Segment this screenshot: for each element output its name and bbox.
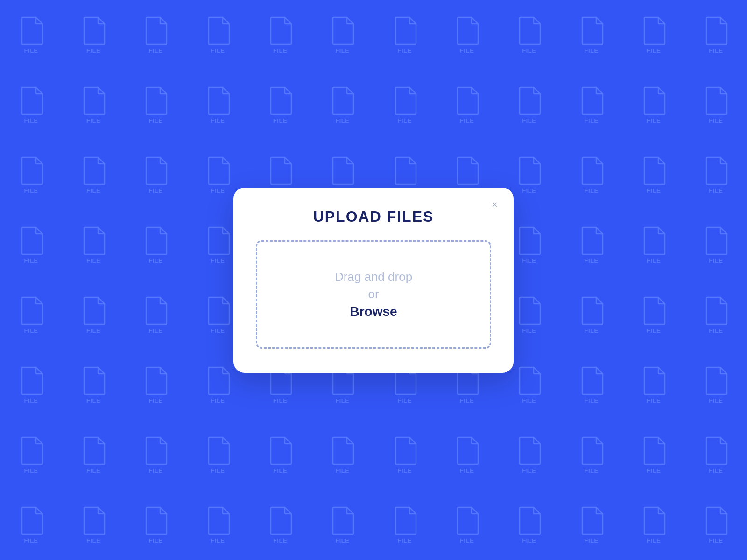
or-text: or xyxy=(368,287,379,301)
modal-title: UPLOAD FILES xyxy=(256,208,491,225)
browse-text[interactable]: Browse xyxy=(350,304,397,319)
close-button[interactable]: × xyxy=(489,198,500,212)
drag-drop-text: Drag and drop xyxy=(335,270,412,284)
dropzone[interactable]: Drag and drop or Browse xyxy=(256,240,491,349)
modal-overlay: × UPLOAD FILES Drag and drop or Browse xyxy=(0,0,747,560)
upload-modal: × UPLOAD FILES Drag and drop or Browse xyxy=(233,188,514,373)
